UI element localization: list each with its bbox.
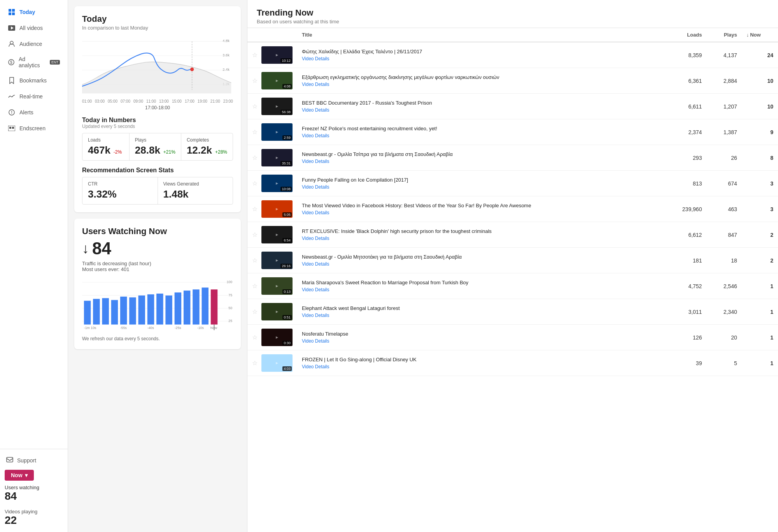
video-title: Funny People Falling on Ice Compilation … — [302, 177, 657, 184]
video-details-link[interactable]: Video Details — [302, 338, 657, 344]
star-icon[interactable]: ☆ — [252, 359, 258, 367]
video-title: Εξάρθρωση εγκληματικής οργάνωσης διακίνη… — [302, 74, 657, 81]
star-icon[interactable]: ☆ — [252, 77, 258, 84]
svg-rect-1 — [12, 9, 15, 12]
sidebar-item-alerts[interactable]: ! Alerts — [2, 105, 66, 120]
video-duration: 26:16 — [280, 264, 292, 268]
star-icon[interactable]: ☆ — [252, 231, 258, 238]
star-icon[interactable]: ☆ — [252, 154, 258, 161]
video-details-link[interactable]: Video Details — [302, 159, 657, 164]
table-cell-now: 1 — [742, 350, 778, 376]
video-details-link[interactable]: Video Details — [302, 184, 657, 190]
table-row: ☆ ▶ 0:30 Nosferatu Timelapse Video Detai… — [247, 325, 778, 350]
sidebar-item-all-videos[interactable]: All videos — [2, 20, 66, 36]
svg-rect-37 — [120, 297, 127, 325]
plays-value: 28.8k — [135, 144, 160, 156]
svg-text:100: 100 — [227, 280, 233, 284]
video-thumbnail: ▶ 4:08 — [261, 72, 293, 89]
support-item[interactable]: Support — [5, 453, 63, 467]
completes-label: Completes — [187, 137, 227, 143]
table-row: ☆ ▶ 56:38 BEST BBC Documentary 2017 - Ru… — [247, 94, 778, 119]
star-icon[interactable]: ☆ — [252, 103, 258, 110]
plays-label: Plays — [135, 137, 175, 143]
completes-value: 12.2k — [187, 144, 212, 156]
sidebar-item-real-time[interactable]: Real-time — [2, 89, 66, 104]
alerts-icon: ! — [8, 108, 16, 116]
star-icon[interactable]: ☆ — [252, 308, 258, 315]
svg-rect-45 — [193, 289, 199, 324]
table-cell-plays: 847 — [706, 222, 741, 248]
table-cell-title: FROZEN | Let It Go Sing-along | Official… — [297, 350, 662, 376]
svg-rect-3 — [12, 12, 15, 15]
table-row: ☆ ▶ 0:13 Maria Sharapova's Sweet Reactio… — [247, 273, 778, 299]
sidebar-item-bookmarks[interactable]: Bookmarks — [2, 73, 66, 88]
svg-rect-46 — [202, 287, 208, 324]
trending-subtitle: Based on users watching at this time — [257, 19, 769, 24]
uwn-traffic-desc: Traffic is decreasing (last hour) — [82, 261, 233, 266]
loads-value: 467k — [88, 144, 110, 156]
now-button-chevron: ▾ — [25, 472, 28, 478]
table-cell-loads: 126 — [662, 325, 706, 350]
video-details-link[interactable]: Video Details — [302, 107, 657, 113]
bar-chart-svg: 100 75 50 25 — [82, 278, 233, 333]
loads-change: -2% — [114, 149, 122, 155]
table-cell-now: 1 — [742, 273, 778, 299]
video-duration: 4:03 — [282, 366, 292, 371]
numbers-title: Today in Numbers — [82, 117, 233, 124]
sidebar-item-endscreen[interactable]: Endscreen — [2, 121, 66, 136]
video-title: Newsbeast.gr - Ομιλία Τσίπρα για τα βλήμ… — [302, 151, 657, 158]
completes-metric: Completes 12.2k +28% — [181, 133, 233, 160]
star-icon[interactable]: ☆ — [252, 257, 258, 264]
star-icon[interactable]: ☆ — [252, 180, 258, 187]
table-cell-star-thumb: ☆ ▶ 5:05 — [247, 196, 297, 222]
video-duration: 0:13 — [282, 289, 292, 294]
video-details-link[interactable]: Video Details — [302, 313, 657, 318]
video-details-link[interactable]: Video Details — [302, 364, 657, 369]
star-icon[interactable]: ☆ — [252, 51, 258, 59]
uwn-title: Users Watching Now — [82, 226, 233, 236]
video-details-link[interactable]: Video Details — [302, 236, 657, 241]
ctr-value: 3.32% — [88, 188, 152, 200]
today-card-subtitle: In comparison to last Monday — [82, 25, 233, 31]
video-details-link[interactable]: Video Details — [302, 261, 657, 267]
now-button-label: Now — [11, 472, 23, 478]
col-header-now: ↓ Now — [742, 28, 778, 42]
star-icon[interactable]: ☆ — [252, 128, 258, 136]
now-button[interactable]: Now ▾ — [5, 470, 34, 481]
sidebar-item-today[interactable]: Today — [2, 4, 66, 20]
col-header-loads: Loads — [662, 28, 706, 42]
video-thumbnail: ▶ 35:31 — [261, 149, 293, 166]
video-details-link[interactable]: Video Details — [302, 82, 657, 87]
svg-rect-43 — [175, 292, 181, 324]
users-watching-label: Users watching — [5, 485, 63, 490]
table-cell-now: 2 — [742, 222, 778, 248]
users-watching-value: 84 — [5, 490, 63, 502]
star-icon[interactable]: ☆ — [252, 282, 258, 290]
views-generated-metric: Views Generated 1.48k — [158, 177, 233, 204]
star-icon[interactable]: ☆ — [252, 334, 258, 341]
table-cell-star-thumb: ☆ ▶ 0:13 — [247, 273, 297, 299]
sidebar-item-ad-analytics[interactable]: $ Ad analytics ENT — [2, 52, 66, 72]
video-details-link[interactable]: Video Details — [302, 56, 657, 61]
svg-rect-36 — [111, 300, 118, 324]
col-header-now-label: Now — [750, 32, 760, 38]
star-icon[interactable]: ☆ — [252, 205, 258, 213]
table-cell-plays: 18 — [706, 248, 741, 273]
table-cell-now: 10 — [742, 94, 778, 119]
uwn-count: 84 — [92, 239, 111, 258]
video-details-link[interactable]: Video Details — [302, 133, 657, 138]
table-cell-loads: 293 — [662, 145, 706, 171]
table-cell-loads: 6,612 — [662, 222, 706, 248]
table-cell-plays: 1,207 — [706, 94, 741, 119]
support-label: Support — [17, 457, 36, 464]
sidebar-item-audience[interactable]: Audience — [2, 36, 66, 52]
table-cell-now: 8 — [742, 145, 778, 171]
video-thumbnail: ▶ 0:51 — [261, 303, 293, 320]
video-details-link[interactable]: Video Details — [302, 287, 657, 292]
video-details-link[interactable]: Video Details — [302, 210, 657, 215]
video-duration: 56:38 — [280, 110, 292, 114]
svg-text:-25s: -25s — [175, 326, 182, 330]
table-cell-star-thumb: ☆ ▶ 26:16 — [247, 248, 297, 273]
bar-chart-container: 100 75 50 25 — [82, 278, 233, 333]
table-cell-star-thumb: ☆ ▶ 4:03 — [247, 350, 297, 376]
